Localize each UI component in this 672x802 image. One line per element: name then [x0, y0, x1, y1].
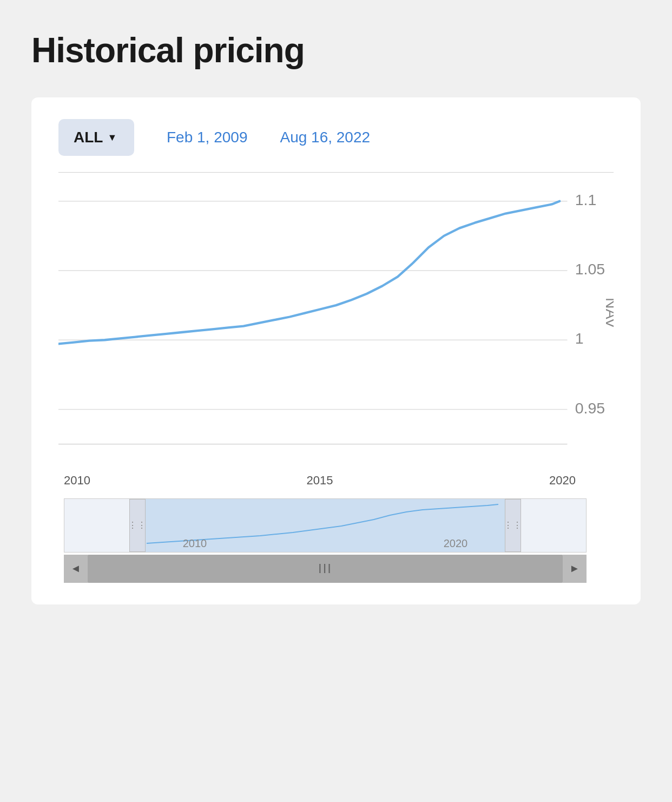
scrollbar-track: ◄ III ►	[64, 555, 587, 583]
scroll-left-button[interactable]: ◄	[64, 555, 88, 583]
mini-label-2010: 2010	[183, 537, 207, 550]
x-label-2020: 2020	[549, 474, 576, 488]
page-title: Historical pricing	[31, 30, 641, 70]
svg-text:0.95: 0.95	[575, 399, 605, 417]
svg-text:1.05: 1.05	[575, 260, 605, 278]
mini-chart-wrapper: ⋮⋮ ⋮⋮ 2010 2020	[64, 498, 587, 553]
scrollbar-grip-icon: III	[318, 561, 332, 576]
main-chart-wrapper: 1.1 1.05 1 0.95 NAV 2010 2015 2020	[58, 178, 614, 488]
mini-label-2020: 2020	[444, 537, 468, 550]
period-selector-button[interactable]: ALL ▼	[58, 119, 134, 156]
scroll-right-button[interactable]: ►	[563, 555, 587, 583]
right-arrow-icon: ►	[569, 562, 580, 575]
page-container: Historical pricing ALL ▼ Feb 1, 2009 Aug…	[0, 0, 672, 626]
date-end-label: Aug 16, 2022	[280, 129, 370, 146]
chart-header: ALL ▼ Feb 1, 2009 Aug 16, 2022	[58, 119, 614, 156]
chart-card: ALL ▼ Feb 1, 2009 Aug 16, 2022 1.1	[31, 97, 641, 604]
period-label: ALL	[74, 129, 103, 146]
svg-text:1: 1	[575, 330, 584, 347]
main-chart-svg: 1.1 1.05 1 0.95 NAV	[58, 178, 614, 471]
svg-text:1.1: 1.1	[575, 191, 597, 208]
x-label-2010: 2010	[64, 474, 90, 488]
x-label-2015: 2015	[307, 474, 333, 488]
scrollbar-thumb[interactable]: III	[88, 555, 563, 583]
dropdown-arrow-icon: ▼	[107, 132, 117, 143]
svg-text:NAV: NAV	[603, 298, 614, 328]
left-arrow-icon: ◄	[70, 562, 81, 575]
chart-divider	[58, 172, 614, 173]
mini-navigator: ⋮⋮ ⋮⋮ 2010 2020	[64, 498, 587, 583]
date-start-label: Feb 1, 2009	[167, 129, 247, 146]
